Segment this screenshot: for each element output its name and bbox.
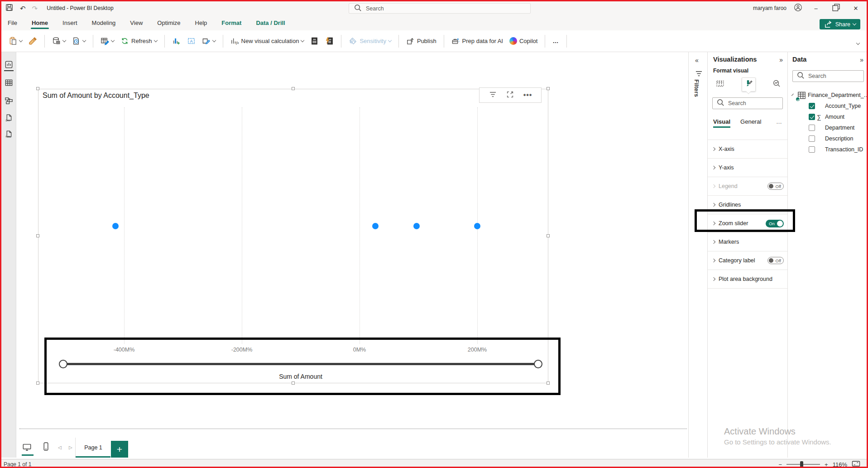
next-page-icon[interactable]: ▷ — [69, 445, 72, 450]
collapse-data-pane-icon[interactable]: » — [860, 56, 863, 63]
checkbox-checked[interactable] — [809, 103, 815, 109]
resize-handle[interactable] — [36, 381, 39, 385]
menu-item-home[interactable]: Home — [31, 16, 49, 30]
menu-item-data-drill[interactable]: Data / Drill — [255, 16, 286, 30]
zoom-in-icon[interactable]: + — [825, 461, 828, 468]
more-options-icon[interactable]: ••• — [523, 91, 532, 99]
menu-item-insert[interactable]: Insert — [62, 16, 78, 30]
data-field-account_type[interactable]: Account_Type — [788, 101, 868, 111]
transform-data-button[interactable] — [100, 35, 115, 47]
toggle-off[interactable]: Off — [767, 183, 784, 190]
ribbon-more-button[interactable]: … — [551, 36, 560, 46]
canvas-zoom-slider[interactable] — [786, 464, 820, 465]
expand-filters-icon[interactable]: « — [695, 57, 699, 64]
toggle-off[interactable]: Off — [767, 257, 784, 264]
checkbox-unchecked[interactable] — [809, 135, 815, 142]
format-section-y-axis[interactable]: Y-axis — [708, 158, 787, 177]
zoom-slider-thumb[interactable] — [800, 461, 803, 468]
paste-button[interactable] — [8, 35, 23, 47]
close-button[interactable]: ✕ — [849, 5, 862, 12]
report-view-icon[interactable] — [5, 60, 13, 71]
filter-icon[interactable] — [489, 90, 497, 101]
dax-query-view-icon[interactable]: DAX — [5, 114, 13, 124]
global-search-input[interactable]: Search — [349, 3, 531, 14]
format-painter-button[interactable] — [28, 35, 38, 47]
menu-item-view[interactable]: View — [129, 16, 144, 30]
report-canvas[interactable]: Sum of Amount by Account_Type ••• -400M%… — [16, 52, 688, 458]
format-visual-tab-icon[interactable] — [742, 77, 756, 92]
checkbox-unchecked[interactable] — [809, 125, 815, 131]
scatter-point[interactable] — [372, 223, 379, 229]
format-tab-visual[interactable]: Visual — [713, 118, 730, 128]
build-visual-tab-icon[interactable] — [716, 79, 724, 90]
text-box-button[interactable]: A — [186, 35, 197, 47]
analytics-tab-icon[interactable] — [772, 79, 781, 90]
account-name[interactable]: maryam faroo — [753, 5, 786, 11]
restore-button[interactable] — [830, 3, 842, 13]
fit-to-page-icon[interactable] — [852, 459, 860, 468]
minimize-button[interactable]: – — [810, 5, 822, 12]
filters-pane-label[interactable]: Filters — [693, 79, 700, 97]
status-bar: Page 1 of 1 − + 116% — [1, 459, 867, 468]
page-tab[interactable]: Page 1 — [75, 438, 111, 458]
publish-button[interactable]: Publish — [405, 35, 437, 47]
new-page-button[interactable]: + — [111, 441, 128, 458]
table-view-icon[interactable] — [5, 78, 13, 89]
resize-handle[interactable] — [547, 234, 550, 237]
share-button[interactable]: Share — [820, 19, 860, 29]
field-name: Department — [825, 125, 854, 131]
data-table-row[interactable]: Finance_Department_... — [788, 90, 868, 101]
scatter-point[interactable] — [413, 223, 420, 229]
resize-handle[interactable] — [36, 234, 39, 237]
chevron-down-icon[interactable] — [791, 93, 794, 96]
format-section-category-label[interactable]: Category labelOff — [708, 251, 787, 270]
menu-item-modeling[interactable]: Modeling — [91, 16, 117, 30]
data-field-department[interactable]: Department — [788, 122, 868, 133]
format-section-markers[interactable]: Markers — [708, 232, 787, 251]
format-section-x-axis[interactable]: X-axis — [708, 140, 787, 158]
shapes-button[interactable] — [201, 35, 216, 47]
new-visual-button[interactable] — [171, 35, 182, 47]
data-search-input[interactable]: Search — [792, 70, 864, 82]
zoom-out-icon[interactable]: − — [779, 461, 782, 468]
checkbox-unchecked[interactable] — [809, 146, 815, 153]
recent-sources-button[interactable] — [71, 35, 86, 47]
zoom-percent[interactable]: 116% — [833, 461, 847, 468]
collapse-ribbon-icon[interactable] — [856, 41, 860, 45]
save-icon[interactable] — [5, 3, 14, 14]
scatter-point[interactable] — [112, 223, 119, 229]
account-avatar-icon[interactable] — [794, 3, 802, 14]
copilot-button[interactable]: Copilot — [508, 35, 538, 47]
format-search-input[interactable]: Search — [712, 97, 783, 109]
refresh-button[interactable]: Refresh — [120, 35, 158, 47]
menu-item-optimize[interactable]: Optimize — [156, 16, 181, 30]
resize-handle[interactable] — [292, 87, 295, 90]
model-view-icon[interactable] — [5, 96, 13, 107]
data-field-description[interactable]: Description — [788, 133, 868, 144]
data-field-transaction_id[interactable]: Transaction_ID — [788, 144, 868, 155]
prep-data-for-ai-button[interactable]: Prep data for AI — [451, 35, 504, 47]
format-section-legend[interactable]: LegendOff — [708, 177, 787, 195]
data-field-amount[interactable]: ∑Amount — [788, 111, 868, 122]
resize-handle[interactable] — [36, 87, 39, 90]
undo-icon[interactable]: ↶ — [20, 5, 26, 12]
previous-page-icon[interactable]: ◁ — [58, 445, 62, 450]
format-tab-general[interactable]: General — [740, 118, 761, 128]
format-section-plot-area-background[interactable]: Plot area background — [708, 270, 787, 288]
tmdl-view-icon[interactable]: TMDL — [5, 130, 13, 140]
checkbox-checked[interactable] — [809, 114, 815, 120]
menu-item-file[interactable]: File — [7, 16, 18, 30]
focus-mode-icon[interactable] — [506, 90, 514, 101]
format-tabs-more-icon[interactable]: … — [776, 118, 782, 128]
desktop-layout-icon[interactable] — [23, 443, 31, 454]
get-data-button[interactable] — [51, 35, 67, 47]
collapse-visualizations-icon[interactable]: » — [779, 56, 783, 63]
new-visual-calculation-button[interactable]: fx New visual calculation — [230, 35, 305, 47]
scatter-point[interactable] — [474, 223, 480, 229]
mobile-layout-icon[interactable] — [42, 442, 50, 453]
resize-handle[interactable] — [547, 87, 550, 90]
new-measure-button[interactable] — [309, 35, 320, 47]
menu-item-help[interactable]: Help — [194, 16, 208, 30]
menu-item-format[interactable]: Format — [221, 16, 242, 30]
quick-measure-button[interactable] — [324, 35, 335, 47]
